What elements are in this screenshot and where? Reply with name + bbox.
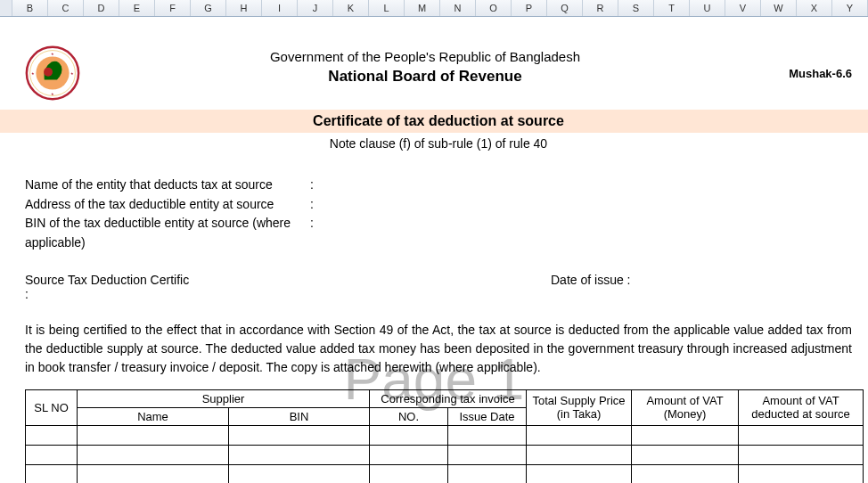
gov-title: Government of the People's Republic of B… [87, 49, 763, 64]
nbr-title: National Board of Revenue [87, 68, 763, 86]
column-header-B[interactable]: B [12, 0, 48, 16]
note-clause: Note clause (f) of sub-rule (1) of rule … [25, 136, 852, 151]
column-header-N[interactable]: N [440, 0, 476, 16]
column-header-O[interactable]: O [476, 0, 512, 16]
deduction-table: SL NO Supplier Corresponding tax invoice… [25, 389, 864, 483]
column-header-F[interactable]: F [155, 0, 191, 16]
column-header-Y[interactable]: Y [832, 0, 868, 16]
date-of-issue-label: Date of issue : [551, 273, 631, 301]
entity-bin-label: BIN of the tax deductible entity at sour… [25, 214, 310, 252]
column-header-J[interactable]: J [298, 0, 333, 16]
column-header-Q[interactable]: Q [547, 0, 583, 16]
column-header-V[interactable]: V [725, 0, 761, 16]
column-header-corner[interactable] [0, 0, 12, 16]
th-no: NO. [370, 407, 448, 425]
th-name: Name [78, 407, 229, 425]
column-header-R[interactable]: R [583, 0, 618, 16]
th-invoice: Corresponding tax invoice [370, 389, 527, 407]
th-money: Amount of VAT (Money) [632, 389, 739, 425]
colon: : [310, 195, 319, 215]
column-header-D[interactable]: D [84, 0, 119, 16]
table-row [26, 445, 864, 464]
column-header-G[interactable]: G [191, 0, 226, 16]
th-supplier: Supplier [78, 389, 370, 407]
column-header-E[interactable]: E [119, 0, 155, 16]
column-header-L[interactable]: L [369, 0, 405, 16]
svg-point-3 [44, 68, 53, 77]
column-header-P[interactable]: P [512, 0, 547, 16]
certificate-title-bar: Certificate of tax deduction at source [0, 110, 868, 133]
worksheet-page: ★ ★ ★ ★ Government of the People's Repub… [0, 17, 868, 483]
column-header-I[interactable]: I [262, 0, 298, 16]
entity-name-label: Name of the entity that deducts tax at s… [25, 176, 310, 195]
column-header-K[interactable]: K [333, 0, 369, 16]
entity-address-label: Address of the tax deductible entity at … [25, 195, 310, 215]
svg-text:★: ★ [51, 53, 54, 56]
column-header-row: BCDEFGHIJKLMNOPQRSTUVWXY [0, 0, 868, 17]
th-issue-date: Issue Date [448, 407, 527, 425]
th-sl: SL NO [26, 389, 78, 425]
column-header-X[interactable]: X [797, 0, 832, 16]
colon: : [310, 214, 319, 252]
th-price: Total Supply Price (in Taka) [527, 389, 632, 425]
form-code: Mushak-6.6 [763, 44, 852, 80]
svg-text:★: ★ [70, 72, 74, 76]
seal-logo: ★ ★ ★ ★ [25, 44, 87, 104]
certificate-number-label: Source Tax Deduction Certific : [25, 273, 194, 301]
column-header-M[interactable]: M [405, 0, 440, 16]
column-header-H[interactable]: H [226, 0, 262, 16]
column-header-T[interactable]: T [654, 0, 690, 16]
th-deducted: Amount of VAT deducted at source [739, 389, 864, 425]
table-row [26, 464, 864, 483]
table-row [26, 425, 864, 445]
colon: : [310, 176, 319, 195]
certification-paragraph: It is being certified to the effect that… [25, 321, 852, 377]
svg-text:★: ★ [51, 93, 54, 96]
column-header-C[interactable]: C [48, 0, 84, 16]
column-header-U[interactable]: U [690, 0, 725, 16]
th-bin: BIN [229, 407, 370, 425]
column-header-S[interactable]: S [618, 0, 654, 16]
svg-text:★: ★ [31, 72, 35, 76]
column-header-W[interactable]: W [761, 0, 797, 16]
